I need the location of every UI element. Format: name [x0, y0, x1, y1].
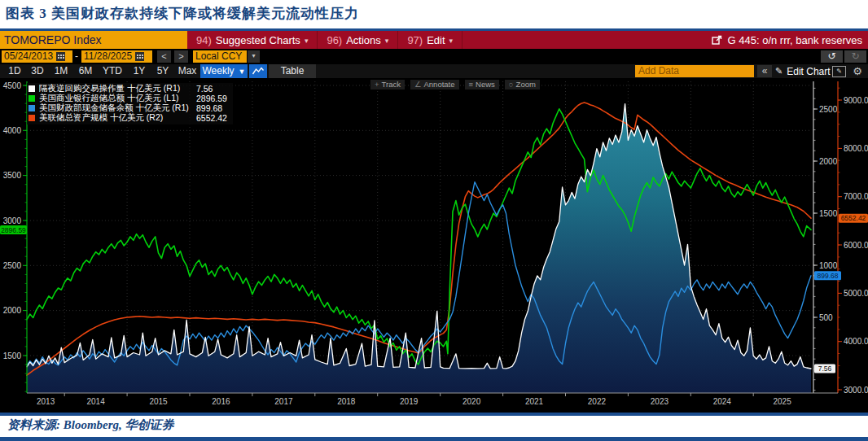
news-button[interactable]: ≡ News — [465, 80, 499, 90]
period-tab-ytd[interactable]: YTD — [98, 64, 127, 78]
menu-label: Edit — [427, 34, 445, 46]
legend-label: 美联储总资产规模 十亿美元 (R2) — [39, 112, 196, 124]
add-data-input[interactable]: Add Data — [635, 65, 754, 77]
period-tab-5y[interactable]: 5Y — [151, 64, 174, 78]
chevron-down-icon: ▾ — [449, 37, 454, 45]
news-icon: ≡ — [469, 80, 474, 90]
track-button[interactable]: + Track — [370, 80, 405, 90]
figure-title: 图表 3 美国财政存款持续下降或将缓解美元流动性压力 — [6, 4, 359, 23]
export-icon — [712, 35, 722, 46]
svg-text:2000: 2000 — [3, 306, 22, 315]
track-label: Track — [382, 80, 401, 90]
svg-text:2019: 2019 — [400, 397, 419, 406]
svg-text:2022: 2022 — [588, 397, 607, 406]
svg-text:2020: 2020 — [462, 397, 481, 406]
line-chart-type-button[interactable] — [249, 64, 267, 78]
svg-text:4000: 4000 — [3, 126, 22, 135]
svg-text:1500: 1500 — [819, 209, 838, 218]
date-to-value: 11/28/2025 — [84, 50, 132, 63]
redo-button[interactable]: ↻ — [844, 50, 866, 63]
period-tab-1y[interactable]: 1Y — [127, 64, 151, 78]
legend-value: 6552.42 — [196, 113, 227, 123]
edit-chart-button[interactable]: ✎ Edit Chart — [775, 64, 831, 78]
svg-text:4000.00: 4000.00 — [844, 337, 868, 346]
zoom-icon: ○ — [509, 80, 514, 90]
svg-text:8000.00: 8000.00 — [844, 144, 868, 153]
terminal-range-bar: 05/24/2013 - 11/28/2025 < > Local CCY ▾ … — [0, 49, 868, 64]
period-tab-1m[interactable]: 1M — [49, 64, 73, 78]
terminal-toolbar: 1D 3D 1M 6M YTD 1Y 5Y Max Weekly ▼ Table… — [0, 64, 868, 78]
currency-dropdown-icon[interactable]: ▾ — [248, 50, 260, 63]
svg-text:2000: 2000 — [819, 157, 838, 166]
svg-text:2014: 2014 — [86, 397, 105, 406]
chevron-down-icon: ▼ — [239, 65, 246, 78]
zoom-label: Zoom — [516, 80, 536, 90]
svg-text:6000.00: 6000.00 — [844, 241, 868, 250]
svg-text:2017: 2017 — [274, 397, 293, 406]
legend-row-fed-assets[interactable]: 美联储总资产规模 十亿美元 (R2) 6552.42 — [28, 113, 227, 123]
collapse-panel-button[interactable]: « — [757, 65, 772, 77]
frequency-select[interactable]: Weekly ▼ — [200, 64, 248, 78]
page-bottom-rule — [0, 437, 868, 441]
currency-value: Local CCY — [195, 50, 242, 63]
svg-text:2024: 2024 — [713, 397, 732, 406]
report-page: 图表 3 美国财政存款持续下降或将缓解美元流动性压力 TOMOREPO Inde… — [0, 0, 868, 441]
menu-label: Suggested Charts — [216, 34, 300, 46]
svg-text:7.56: 7.56 — [818, 365, 832, 373]
pencil-icon: ✎ — [775, 66, 783, 76]
svg-text:5000.00: 5000.00 — [844, 289, 868, 298]
chevron-down-icon: ▾ — [385, 37, 389, 45]
gear-icon[interactable]: ⚙ — [850, 64, 865, 78]
svg-text:4500: 4500 — [3, 81, 22, 90]
svg-text:2896.59: 2896.59 — [1, 226, 26, 234]
legend-swatch-blue — [28, 105, 35, 111]
security-ticker[interactable]: TOMOREPO Index — [0, 31, 187, 49]
period-tab-max[interactable]: Max — [174, 64, 200, 78]
menu-key: 97) — [407, 34, 423, 46]
annotate-icon: ∠ — [414, 80, 422, 90]
track-icon: + — [375, 80, 379, 90]
period-tab-1d[interactable]: 1D — [3, 64, 26, 78]
period-tab-6m[interactable]: 6M — [73, 64, 98, 78]
menu-edit[interactable]: 97) Edit ▾ — [398, 31, 462, 49]
annotate-label: Annotate — [424, 80, 455, 90]
edit-chart-label: Edit Chart — [787, 66, 830, 77]
legend-value: 899.68 — [196, 103, 222, 113]
plot-svg[interactable]: 1500200025003000350040004500500100015002… — [0, 78, 868, 413]
calendar-icon[interactable] — [56, 52, 65, 61]
legend-swatch-white — [28, 85, 35, 92]
svg-text:6552.42: 6552.42 — [841, 214, 866, 222]
svg-text:2023: 2023 — [651, 397, 669, 406]
chart-area[interactable]: 1500200025003000350040004500500100015002… — [0, 78, 868, 413]
legend-swatch-green — [28, 95, 35, 102]
table-view-button[interactable]: Table — [269, 64, 316, 78]
svg-text:3500: 3500 — [3, 171, 22, 180]
period-tab-3d[interactable]: 3D — [26, 64, 49, 78]
svg-text:2013: 2013 — [37, 397, 55, 406]
currency-select[interactable]: Local CCY — [193, 50, 247, 63]
date-from-field[interactable]: 05/24/2013 — [2, 50, 72, 63]
svg-text:2500: 2500 — [3, 261, 22, 270]
undo-button[interactable]: ↺ — [821, 50, 843, 63]
chart-legend: 隔夜逆回购交易操作量 十亿美元 (R1) 7.56 美国商业银行超储总额 十亿美… — [27, 83, 233, 124]
chart-annotate-icon[interactable]: ✎ — [832, 66, 846, 77]
menu-suggested-charts[interactable]: 94) Suggested Charts ▾ — [187, 31, 318, 49]
range-back-button[interactable]: < — [157, 50, 171, 63]
svg-text:500: 500 — [819, 313, 833, 322]
svg-text:1500: 1500 — [3, 351, 22, 360]
menu-key: 96) — [327, 34, 342, 46]
svg-text:899.68: 899.68 — [818, 272, 839, 280]
svg-text:2500: 2500 — [819, 105, 838, 114]
svg-text:2016: 2016 — [212, 397, 230, 406]
svg-text:1000: 1000 — [819, 261, 838, 270]
zoom-button[interactable]: ○ Zoom — [505, 80, 540, 90]
range-forward-button[interactable]: > — [174, 50, 188, 63]
date-to-field[interactable]: 11/28/2025 — [81, 50, 152, 63]
calendar-icon[interactable] — [135, 52, 144, 61]
svg-text:9000.00: 9000.00 — [844, 96, 868, 105]
annotate-button[interactable]: ∠ Annotate — [410, 80, 459, 90]
news-label: News — [476, 80, 495, 90]
menu-actions[interactable]: 96) Actions ▾ — [318, 31, 398, 49]
line-chart-icon — [252, 67, 265, 76]
chart-tag[interactable]: G 445: o/n rrr, bank reserves — [712, 31, 868, 49]
